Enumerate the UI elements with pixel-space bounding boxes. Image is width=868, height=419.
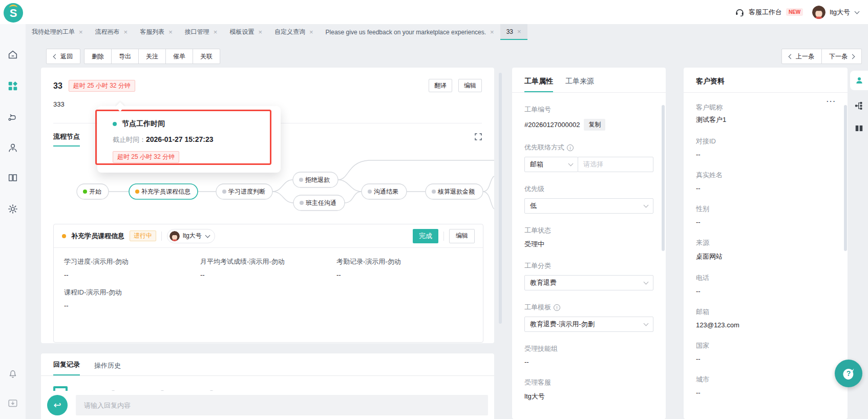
translate-button[interactable]: 翻译 [429,79,452,92]
tab-api-management[interactable]: 接口管理× [179,24,224,40]
flow-node-start[interactable]: 开始 [77,184,109,199]
agent-person-icon[interactable] [7,142,18,154]
chevron-left-icon [53,54,58,59]
workspace-grid-icon[interactable] [7,80,18,92]
org-structure-icon[interactable] [854,101,864,111]
tab-feedback[interactable]: Please give us feedback on your marketpl… [320,24,500,40]
template-label: 工单模板 [524,303,551,312]
edit-ticket-button[interactable]: 编辑 [458,79,482,92]
workspace-label[interactable]: 客服工作台 [749,8,782,17]
fullscreen-icon[interactable] [475,133,482,140]
properties-scrollbar[interactable] [662,105,665,251]
flow-node-communication-result[interactable]: 沟通结果 [362,184,407,199]
reply-input[interactable] [76,395,488,415]
urge-button[interactable]: 催单 [165,49,193,64]
complete-node-button[interactable]: 完成 [413,229,438,243]
close-icon[interactable]: × [79,29,83,35]
node-field: 考勤记录-演示用-勿动 -- [336,257,473,279]
user-avatar[interactable] [812,6,825,19]
tab-ticket-33[interactable]: 33× [500,24,527,40]
close-icon[interactable]: × [309,29,313,35]
close-icon[interactable]: × [214,29,218,35]
next-ticket-button[interactable]: 下一条 [821,49,862,64]
in-progress-badge: 进行中 [130,231,156,241]
customer-profile-panel: 客户资料 ··· 客户昵称 测试客户1 对接ID -- 真实姓名 -- 性别 -… [684,68,848,419]
category-select[interactable]: 教育退费 [524,275,653,290]
priority-select[interactable]: 低 [524,198,653,214]
tab-operation-history[interactable]: 操作历史 [94,361,121,375]
chevron-down-icon [644,321,649,326]
close-icon[interactable]: × [258,29,262,35]
status-label: 工单状态 [524,226,653,235]
customer-scrollbar[interactable] [844,105,847,251]
tab-custom-query[interactable]: 自定义查询× [268,24,320,40]
knowledge-book-icon[interactable] [7,172,18,183]
prev-ticket-button[interactable]: 上一条 [781,49,822,64]
city-value: -- [696,389,835,396]
warning-icon[interactable]: ! [554,304,560,311]
flow-route-icon[interactable] [7,111,18,122]
real-name-label: 真实姓名 [696,171,835,180]
customer-nickname-label: 客户昵称 [696,103,835,112]
help-button[interactable]: ? [835,360,862,387]
main-scrollbar[interactable] [499,73,502,324]
settings-gear-icon[interactable] [7,203,18,215]
info-icon[interactable]: i [567,144,574,151]
tab-pending-tickets[interactable]: 我待处理的工单× [26,24,89,40]
customer-nickname-value: 测试客户1 [696,115,835,124]
contact-type-select[interactable]: 邮箱 [524,157,578,172]
flow-node-calc-refund-amount[interactable]: 核算退款金额 [426,184,483,199]
svg-text:补充学员课程信息: 补充学员课程信息 [141,188,190,195]
source-label: 来源 [696,238,835,247]
svg-text:开始: 开始 [89,188,101,195]
template-select[interactable]: 教育退费-演示用-勿删 [524,317,653,332]
country-label: 国家 [696,341,835,350]
deadline-value: 2026-01-27 15:27:23 [146,135,214,143]
priority-label: 优先级 [524,184,653,194]
tab-ticket-source[interactable]: 工单来源 [565,77,594,92]
tab-flow-canvas[interactable]: 流程画布× [89,24,134,40]
close-icon[interactable]: × [168,29,173,35]
tab-template-settings[interactable]: 模板设置× [223,24,268,40]
tab-agent-list[interactable]: 客服列表× [134,24,179,40]
node-field: 月平均考试成绩-演示用-勿动 -- [200,257,336,279]
phone-value: -- [696,287,835,295]
contact-value-select[interactable]: 请选择 [578,157,653,172]
download-tray-icon[interactable] [7,397,18,409]
assignee-avatar [170,231,180,241]
close-icon[interactable]: × [124,29,128,35]
more-menu-icon[interactable]: ··· [827,97,836,105]
assignee-select[interactable]: ltg大号 [167,229,215,243]
edit-node-button[interactable]: 编辑 [449,229,475,243]
home-icon[interactable] [7,49,18,60]
external-id-label: 对接ID [696,137,835,146]
overdue-badge[interactable]: 超时 25 小时 32 分钟 [69,80,135,92]
flow-node-progress-judgement[interactable]: 学习进度判断 [216,184,272,199]
delete-button[interactable]: 删除 [84,49,112,64]
flow-node-refuse-refund[interactable]: 拒绝退款 [293,172,338,187]
close-icon[interactable]: × [517,28,521,35]
relate-button[interactable]: 关联 [193,49,220,64]
rail-customer-tab-active[interactable] [850,71,868,90]
reply-send-button[interactable]: ↩ [47,395,68,415]
chevron-down-icon [644,280,649,285]
tab-reply-records[interactable]: 回复记录 [53,360,80,375]
chevron-left-icon [789,54,794,59]
copy-button[interactable]: 复制 [584,119,605,131]
contact-label: 优先联络方式 [524,143,564,152]
flow-node-teacher-communication[interactable]: 班主任沟通 [293,195,345,211]
follow-button[interactable]: 关注 [138,49,166,64]
tab-ticket-properties[interactable]: 工单属性 [524,77,553,92]
open-book-icon[interactable] [854,123,864,133]
user-name[interactable]: ltg大号 [830,8,850,17]
flow-section-tab[interactable]: 流程节点 [53,132,80,146]
back-button[interactable]: 返回 [46,49,80,64]
close-icon[interactable]: × [490,29,494,35]
notification-bell-icon[interactable] [7,368,18,379]
svg-text:班主任沟通: 班主任沟通 [306,199,336,206]
user-menu-caret-icon[interactable] [855,9,860,14]
logo-letter: S [10,7,17,19]
flow-node-supplement-course-info[interactable]: 补充学员课程信息 [129,184,198,199]
export-button[interactable]: 导出 [111,49,139,64]
chevron-right-icon [850,54,855,59]
